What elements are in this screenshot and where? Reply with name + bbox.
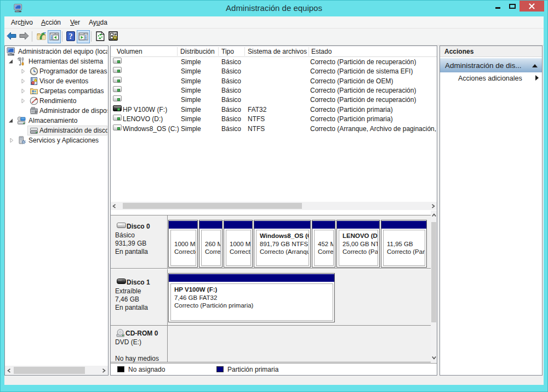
svg-text:?: ? <box>69 32 73 41</box>
